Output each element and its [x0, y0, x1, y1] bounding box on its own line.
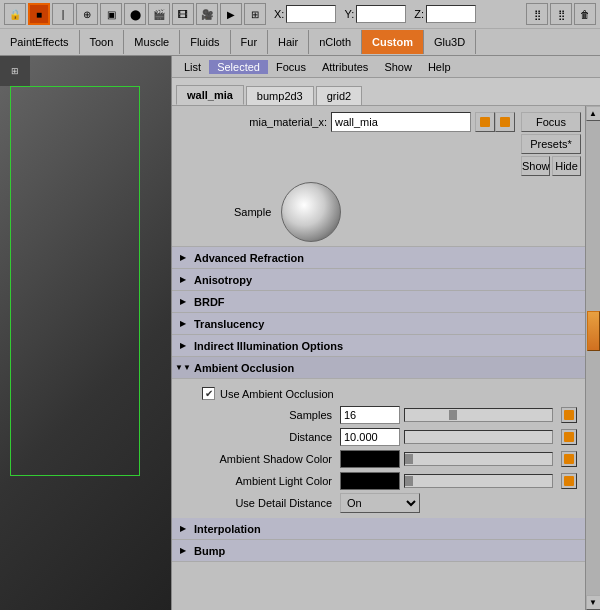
focus-button[interactable]: Focus	[521, 112, 581, 132]
menu-list[interactable]: List	[176, 60, 209, 74]
tool7-icon[interactable]: ▶	[220, 3, 242, 25]
tool8-icon[interactable]: ⊞	[244, 3, 266, 25]
vscroll-thumb[interactable]	[587, 311, 600, 351]
lock-icon[interactable]: 🔒	[4, 3, 26, 25]
menu-show[interactable]: Show	[376, 60, 420, 74]
distance-label: Distance	[180, 431, 340, 443]
tab-muscle[interactable]: Muscle	[124, 30, 180, 54]
menu-help[interactable]: Help	[420, 60, 459, 74]
tab-fur[interactable]: Fur	[231, 30, 269, 54]
tabs-row: wall_mia bump2d3 grid2	[172, 78, 600, 106]
ambient-shadow-color[interactable]	[340, 450, 400, 468]
ao-section: ✔ Use Ambient Occlusion Samples	[172, 379, 585, 518]
section-interpolation[interactable]: ▶ Interpolation	[172, 518, 585, 540]
samples-corner-btn[interactable]	[561, 407, 577, 423]
z-input[interactable]	[426, 5, 476, 23]
ambient-light-corner-btn[interactable]	[561, 473, 577, 489]
section-title-ao: Ambient Occlusion	[194, 362, 294, 374]
tab-fluids[interactable]: Fluids	[180, 30, 230, 54]
arrow-interpolation: ▶	[176, 522, 190, 536]
tab-toon[interactable]: Toon	[80, 30, 125, 54]
section-title-translucency: Translucency	[194, 318, 264, 330]
section-title-interpolation: Interpolation	[194, 523, 261, 535]
use-detail-label: Use Detail Distance	[180, 497, 340, 509]
use-detail-row: Use Detail Distance On Off	[172, 492, 585, 514]
show-button[interactable]: Show	[521, 156, 550, 176]
vscroll-down-btn[interactable]: ▼	[586, 595, 601, 610]
vscroll-up-btn[interactable]: ▲	[586, 106, 601, 121]
hide-button[interactable]: Hide	[552, 156, 581, 176]
tool3-icon[interactable]: ⬤	[124, 3, 146, 25]
x-input[interactable]	[286, 5, 336, 23]
tool4-icon[interactable]: 🎬	[148, 3, 170, 25]
section-title-bump: Bump	[194, 545, 225, 557]
distance-slider[interactable]	[404, 430, 553, 444]
tab-grid2[interactable]: grid2	[316, 86, 362, 105]
distance-row: Distance	[172, 426, 585, 448]
align2-icon[interactable]: ⣿	[550, 3, 572, 25]
map-btn1[interactable]	[475, 112, 495, 132]
tab-custom[interactable]: Custom	[362, 30, 424, 54]
sections-area[interactable]: ▶ Advanced Refraction ▶ Anisotropy ▶ BRD…	[172, 247, 585, 610]
vscroll-track[interactable]	[586, 121, 601, 595]
section-indirect-illumination[interactable]: ▶ Indirect Illumination Options	[172, 335, 585, 357]
tab-glu3d[interactable]: Glu3D	[424, 30, 476, 54]
menu-attributes[interactable]: Attributes	[314, 60, 376, 74]
viewport-icon: ⊞	[11, 66, 19, 76]
select-icon[interactable]: ■	[28, 3, 50, 25]
samples-label: Samples	[180, 409, 340, 421]
viewport-panel: ⊞	[0, 56, 172, 610]
ambient-light-slider[interactable]	[404, 474, 553, 488]
arrow-ao: ▼	[176, 361, 190, 375]
distance-input[interactable]	[340, 428, 400, 446]
section-title-anisotropy: Anisotropy	[194, 274, 252, 286]
trash-icon[interactable]: 🗑	[574, 3, 596, 25]
tab-painteffects[interactable]: PaintEffects	[0, 30, 80, 54]
distance-corner-btn[interactable]	[561, 429, 577, 445]
move-icon[interactable]: |	[52, 3, 74, 25]
section-anisotropy[interactable]: ▶ Anisotropy	[172, 269, 585, 291]
material-header: mia_material_x: Focus Presets* S	[172, 106, 585, 178]
y-label: Y:	[344, 8, 354, 20]
tab-ncloth[interactable]: nCloth	[309, 30, 362, 54]
section-advanced-refraction[interactable]: ▶ Advanced Refraction	[172, 247, 585, 269]
section-translucency[interactable]: ▶ Translucency	[172, 313, 585, 335]
use-detail-select[interactable]: On Off	[340, 493, 420, 513]
section-title-advanced-refraction: Advanced Refraction	[194, 252, 304, 264]
use-ao-checkbox[interactable]: ✔	[202, 387, 215, 400]
tool5-icon[interactable]: 🎞	[172, 3, 194, 25]
map-btn2[interactable]	[495, 112, 515, 132]
arrow-bump: ▶	[176, 544, 190, 558]
section-brdf[interactable]: ▶ BRDF	[172, 291, 585, 313]
presets-button[interactable]: Presets*	[521, 134, 581, 154]
vscroll: ▲ ▼	[585, 106, 600, 610]
menu-selected[interactable]: Selected	[209, 60, 268, 74]
y-input[interactable]	[356, 5, 406, 23]
tool1-icon[interactable]: ⊕	[76, 3, 98, 25]
section-bump[interactable]: ▶ Bump	[172, 540, 585, 562]
section-title-brdf: BRDF	[194, 296, 225, 308]
tool2-icon[interactable]: ▣	[100, 3, 122, 25]
action-buttons: Focus Presets* Show Hide	[521, 112, 581, 176]
attr-main: mia_material_x: Focus Presets* S	[172, 106, 585, 610]
section-ao-header[interactable]: ▼ Ambient Occlusion	[172, 357, 585, 379]
samples-slider[interactable]	[404, 408, 553, 422]
arrow-indirect-illumination: ▶	[176, 339, 190, 353]
toolbar-row1: 🔒 ■ | ⊕ ▣ ⬤ 🎬 🎞 🎥 ▶ ⊞ X: Y: Z: ⣿ ⣿ 🗑	[0, 0, 600, 28]
attr-content: mia_material_x: Focus Presets* S	[172, 106, 600, 610]
ambient-shadow-corner-btn[interactable]	[561, 451, 577, 467]
tab-hair[interactable]: Hair	[268, 30, 309, 54]
align1-icon[interactable]: ⣿	[526, 3, 548, 25]
material-name-input[interactable]	[331, 112, 471, 132]
tab-wall-mia[interactable]: wall_mia	[176, 85, 244, 105]
viewport-corner: ⊞	[0, 56, 30, 86]
menu-focus[interactable]: Focus	[268, 60, 314, 74]
ambient-shadow-slider[interactable]	[404, 452, 553, 466]
ambient-light-row: Ambient Light Color	[172, 470, 585, 492]
tool6-icon[interactable]: 🎥	[196, 3, 218, 25]
main-area: ⊞ List Selected Focus Attributes Show He…	[0, 56, 600, 610]
ambient-light-color[interactable]	[340, 472, 400, 490]
tab-bump2d3[interactable]: bump2d3	[246, 86, 314, 105]
samples-input[interactable]	[340, 406, 400, 424]
attr-menubar: List Selected Focus Attributes Show Help	[172, 56, 600, 78]
